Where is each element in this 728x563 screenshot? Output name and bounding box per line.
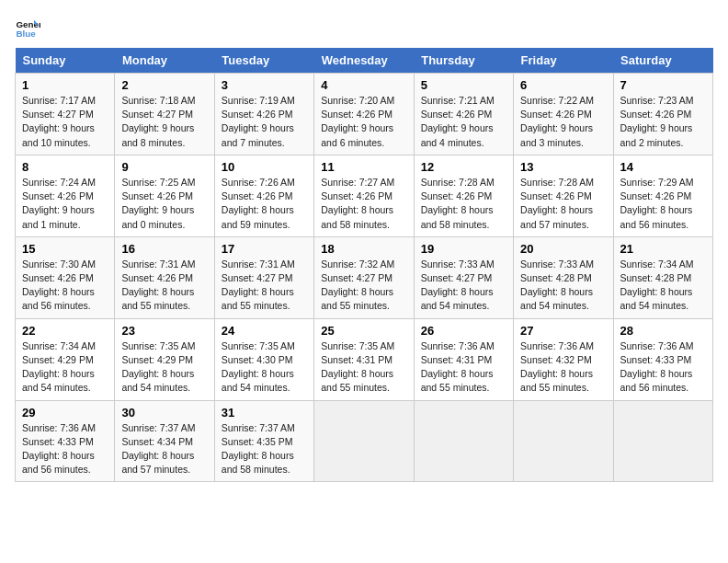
- day-details: Sunrise: 7:34 AMSunset: 4:29 PMDaylight:…: [22, 339, 108, 396]
- column-header-friday: Friday: [514, 48, 613, 74]
- calendar-cell: 12 Sunrise: 7:28 AMSunset: 4:26 PMDaylig…: [414, 155, 513, 236]
- day-number: 5: [421, 78, 506, 92]
- day-number: 8: [22, 160, 108, 174]
- day-number: 25: [321, 324, 406, 338]
- day-details: Sunrise: 7:27 AMSunset: 4:26 PMDaylight:…: [321, 176, 406, 232]
- calendar-cell: 8 Sunrise: 7:24 AMSunset: 4:26 PMDayligh…: [16, 155, 115, 236]
- day-number: 1: [22, 78, 108, 92]
- day-details: Sunrise: 7:29 AMSunset: 4:26 PMDaylight:…: [620, 176, 706, 232]
- day-details: Sunrise: 7:28 AMSunset: 4:26 PMDaylight:…: [421, 176, 506, 232]
- calendar-week-1: 1 Sunrise: 7:17 AMSunset: 4:27 PMDayligh…: [16, 74, 713, 155]
- calendar-cell: 28 Sunrise: 7:36 AMSunset: 4:33 PMDaylig…: [613, 318, 712, 400]
- day-details: Sunrise: 7:24 AMSunset: 4:26 PMDaylight:…: [22, 176, 108, 232]
- column-header-thursday: Thursday: [414, 48, 513, 74]
- day-number: 22: [22, 324, 108, 338]
- logo: General Blue: [15, 15, 44, 40]
- day-details: Sunrise: 7:22 AMSunset: 4:26 PMDaylight:…: [520, 94, 606, 150]
- day-details: Sunrise: 7:18 AMSunset: 4:27 PMDaylight:…: [121, 94, 207, 150]
- calendar-week-5: 29 Sunrise: 7:36 AMSunset: 4:33 PMDaylig…: [16, 400, 713, 482]
- calendar-week-2: 8 Sunrise: 7:24 AMSunset: 4:26 PMDayligh…: [16, 155, 713, 236]
- column-header-saturday: Saturday: [613, 48, 712, 74]
- logo-icon: General Blue: [15, 15, 40, 40]
- day-number: 11: [321, 160, 406, 174]
- calendar-cell: 20 Sunrise: 7:33 AMSunset: 4:28 PMDaylig…: [514, 236, 613, 318]
- day-details: Sunrise: 7:31 AMSunset: 4:26 PMDaylight:…: [121, 258, 207, 314]
- day-number: 24: [222, 324, 307, 338]
- day-number: 19: [421, 242, 506, 256]
- calendar-cell: 4 Sunrise: 7:20 AMSunset: 4:26 PMDayligh…: [314, 74, 414, 155]
- day-details: Sunrise: 7:33 AMSunset: 4:28 PMDaylight:…: [520, 258, 606, 314]
- day-details: Sunrise: 7:37 AMSunset: 4:34 PMDaylight:…: [121, 421, 207, 477]
- calendar-cell: 3 Sunrise: 7:19 AMSunset: 4:26 PMDayligh…: [214, 74, 313, 155]
- day-details: Sunrise: 7:36 AMSunset: 4:31 PMDaylight:…: [421, 339, 506, 396]
- calendar-week-4: 22 Sunrise: 7:34 AMSunset: 4:29 PMDaylig…: [16, 318, 713, 400]
- calendar-cell: 22 Sunrise: 7:34 AMSunset: 4:29 PMDaylig…: [16, 318, 115, 400]
- calendar-cell: 26 Sunrise: 7:36 AMSunset: 4:31 PMDaylig…: [414, 318, 513, 400]
- calendar-cell: 18 Sunrise: 7:32 AMSunset: 4:27 PMDaylig…: [314, 236, 414, 318]
- day-number: 13: [520, 160, 606, 174]
- day-number: 3: [222, 78, 307, 92]
- day-details: Sunrise: 7:35 AMSunset: 4:30 PMDaylight:…: [222, 339, 307, 396]
- calendar-cell: 2 Sunrise: 7:18 AMSunset: 4:27 PMDayligh…: [115, 74, 214, 155]
- day-details: Sunrise: 7:34 AMSunset: 4:28 PMDaylight:…: [620, 258, 706, 314]
- day-details: Sunrise: 7:35 AMSunset: 4:31 PMDaylight:…: [321, 339, 406, 396]
- day-details: Sunrise: 7:28 AMSunset: 4:26 PMDaylight:…: [520, 176, 606, 232]
- calendar-cell: 10 Sunrise: 7:26 AMSunset: 4:26 PMDaylig…: [214, 155, 313, 236]
- calendar-cell: 16 Sunrise: 7:31 AMSunset: 4:26 PMDaylig…: [115, 236, 214, 318]
- calendar-header-row: SundayMondayTuesdayWednesdayThursdayFrid…: [16, 48, 713, 74]
- calendar-cell: 1 Sunrise: 7:17 AMSunset: 4:27 PMDayligh…: [16, 74, 115, 155]
- calendar-week-3: 15 Sunrise: 7:30 AMSunset: 4:26 PMDaylig…: [16, 236, 713, 318]
- calendar-cell: [514, 400, 613, 482]
- day-number: 10: [222, 160, 307, 174]
- day-number: 21: [620, 242, 706, 256]
- column-header-monday: Monday: [115, 48, 214, 74]
- day-number: 30: [121, 406, 207, 419]
- day-details: Sunrise: 7:36 AMSunset: 4:32 PMDaylight:…: [520, 339, 606, 396]
- calendar-cell: 21 Sunrise: 7:34 AMSunset: 4:28 PMDaylig…: [613, 236, 712, 318]
- calendar-cell: [414, 400, 513, 482]
- header: General Blue: [15, 15, 713, 40]
- day-number: 31: [222, 406, 307, 419]
- column-header-wednesday: Wednesday: [314, 48, 414, 74]
- day-details: Sunrise: 7:32 AMSunset: 4:27 PMDaylight:…: [321, 258, 406, 314]
- day-details: Sunrise: 7:30 AMSunset: 4:26 PMDaylight:…: [22, 258, 108, 314]
- day-number: 23: [121, 324, 207, 338]
- day-number: 15: [22, 242, 108, 256]
- calendar-cell: 15 Sunrise: 7:30 AMSunset: 4:26 PMDaylig…: [16, 236, 115, 318]
- calendar-cell: 5 Sunrise: 7:21 AMSunset: 4:26 PMDayligh…: [414, 74, 513, 155]
- day-number: 12: [421, 160, 506, 174]
- day-details: Sunrise: 7:26 AMSunset: 4:26 PMDaylight:…: [222, 176, 307, 232]
- calendar-cell: 6 Sunrise: 7:22 AMSunset: 4:26 PMDayligh…: [514, 74, 613, 155]
- calendar-cell: 13 Sunrise: 7:28 AMSunset: 4:26 PMDaylig…: [514, 155, 613, 236]
- calendar-body: 1 Sunrise: 7:17 AMSunset: 4:27 PMDayligh…: [16, 74, 713, 482]
- calendar-cell: 19 Sunrise: 7:33 AMSunset: 4:27 PMDaylig…: [414, 236, 513, 318]
- column-header-sunday: Sunday: [16, 48, 115, 74]
- calendar-cell: 24 Sunrise: 7:35 AMSunset: 4:30 PMDaylig…: [214, 318, 313, 400]
- calendar-cell: 7 Sunrise: 7:23 AMSunset: 4:26 PMDayligh…: [613, 74, 712, 155]
- calendar-cell: 31 Sunrise: 7:37 AMSunset: 4:35 PMDaylig…: [214, 400, 313, 482]
- day-number: 2: [121, 78, 207, 92]
- calendar-cell: 11 Sunrise: 7:27 AMSunset: 4:26 PMDaylig…: [314, 155, 414, 236]
- day-number: 14: [620, 160, 706, 174]
- day-details: Sunrise: 7:31 AMSunset: 4:27 PMDaylight:…: [222, 258, 307, 314]
- calendar-cell: 9 Sunrise: 7:25 AMSunset: 4:26 PMDayligh…: [115, 155, 214, 236]
- day-number: 17: [222, 242, 307, 256]
- calendar-cell: 17 Sunrise: 7:31 AMSunset: 4:27 PMDaylig…: [214, 236, 313, 318]
- day-details: Sunrise: 7:33 AMSunset: 4:27 PMDaylight:…: [421, 258, 506, 314]
- day-details: Sunrise: 7:35 AMSunset: 4:29 PMDaylight:…: [121, 339, 207, 396]
- day-details: Sunrise: 7:25 AMSunset: 4:26 PMDaylight:…: [121, 176, 207, 232]
- calendar-cell: 30 Sunrise: 7:37 AMSunset: 4:34 PMDaylig…: [115, 400, 214, 482]
- day-number: 28: [620, 324, 706, 338]
- day-details: Sunrise: 7:37 AMSunset: 4:35 PMDaylight:…: [222, 421, 307, 477]
- calendar-cell: 27 Sunrise: 7:36 AMSunset: 4:32 PMDaylig…: [514, 318, 613, 400]
- column-header-tuesday: Tuesday: [214, 48, 313, 74]
- calendar-cell: 25 Sunrise: 7:35 AMSunset: 4:31 PMDaylig…: [314, 318, 414, 400]
- day-details: Sunrise: 7:36 AMSunset: 4:33 PMDaylight:…: [22, 421, 108, 477]
- calendar-cell: 23 Sunrise: 7:35 AMSunset: 4:29 PMDaylig…: [115, 318, 214, 400]
- calendar-cell: [613, 400, 712, 482]
- day-details: Sunrise: 7:19 AMSunset: 4:26 PMDaylight:…: [222, 94, 307, 150]
- day-number: 27: [520, 324, 606, 338]
- calendar-cell: 29 Sunrise: 7:36 AMSunset: 4:33 PMDaylig…: [16, 400, 115, 482]
- svg-text:Blue: Blue: [16, 29, 36, 39]
- calendar-table: SundayMondayTuesdayWednesdayThursdayFrid…: [15, 48, 713, 482]
